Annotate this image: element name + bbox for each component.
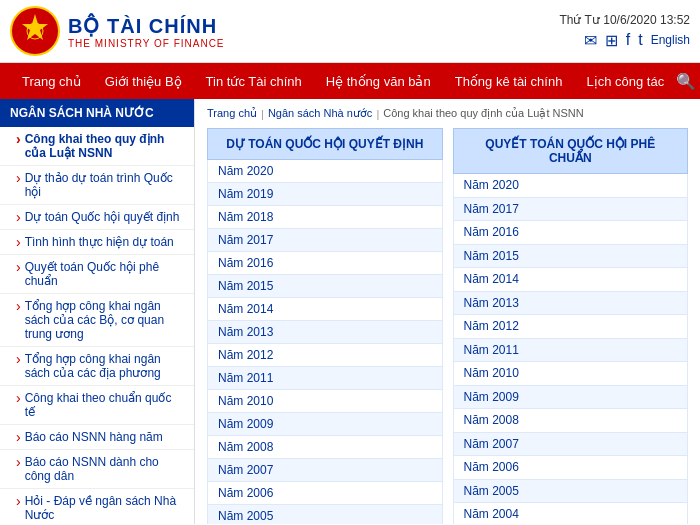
table-row[interactable]: Năm 2010 [208,390,443,413]
twitter-icon[interactable]: t [638,31,642,49]
search-icon[interactable]: 🔍 [676,72,696,91]
datetime-display: Thứ Tư 10/6/2020 13:52 [559,13,690,27]
sidebar-item-5[interactable]: Tổng hợp công khai ngân sách của các Bộ,… [0,294,194,347]
table-left-header: DỰ TOÁN QUỐC HỘI QUYẾT ĐỊNH [208,129,443,160]
logo-title: BỘ TÀI CHÍNH [68,14,225,38]
table-row[interactable]: Năm 2017 [208,229,443,252]
email-icon[interactable]: ✉ [584,31,597,50]
table-row[interactable]: Năm 2010 [453,362,688,386]
table-row[interactable]: Năm 2018 [208,206,443,229]
table-row[interactable]: Năm 2015 [208,275,443,298]
table-row[interactable]: Năm 2015 [453,244,688,268]
table-row[interactable]: Năm 2012 [453,315,688,339]
table-row[interactable]: Năm 2009 [208,413,443,436]
logo-emblem [10,6,60,56]
table-row[interactable]: Năm 2007 [208,459,443,482]
table-row[interactable]: Năm 2014 [453,268,688,292]
table-quyet-toan: QUYẾT TOÁN QUỐC HỘI PHÊ CHUẨN Năm 2020Nă… [453,128,689,524]
sidebar-item-9[interactable]: Báo cáo NSNN dành cho công dân [0,450,194,489]
table-row[interactable]: Năm 2017 [453,197,688,221]
nav-tin-tuc[interactable]: Tin tức Tài chính [194,63,314,99]
header-right: Thứ Tư 10/6/2020 13:52 ✉ ⊞ f t English [559,13,690,50]
table-row[interactable]: Năm 2014 [208,298,443,321]
nav-he-thong[interactable]: Hệ thống văn bản [314,63,443,99]
table-row[interactable]: Năm 2005 [208,505,443,525]
main-content: Trang chủ | Ngân sách Nhà nước | Công kh… [195,99,700,524]
table-row[interactable]: Năm 2012 [208,344,443,367]
logo-text: BỘ TÀI CHÍNH THE MINISTRY OF FINANCE [68,14,225,49]
navigation-bar: Trang chủ Giới thiệu Bộ Tin tức Tài chín… [0,63,700,99]
nav-thong-ke[interactable]: Thống kê tài chính [443,63,575,99]
language-selector[interactable]: English [651,33,690,47]
sidebar: NGÂN SÁCH NHÀ NƯỚC Công khai theo quy đị… [0,99,195,524]
table-row[interactable]: Năm 2009 [453,385,688,409]
logo-subtitle: THE MINISTRY OF FINANCE [68,38,225,49]
table-row[interactable]: Năm 2008 [453,409,688,433]
sidebar-item-2[interactable]: Dự toán Quốc hội quyết định [0,205,194,230]
table-du-toan: DỰ TOÁN QUỐC HỘI QUYẾT ĐỊNH Năm 2020Năm … [207,128,443,524]
header: BỘ TÀI CHÍNH THE MINISTRY OF FINANCE Thứ… [0,0,700,63]
table-row[interactable]: Năm 2005 [453,479,688,503]
nav-lich-cong-tac[interactable]: Lịch công tác [574,63,676,99]
tables-container: DỰ TOÁN QUỐC HỘI QUYẾT ĐỊNH Năm 2020Năm … [207,128,688,524]
breadcrumb-current: Công khai theo quy định của Luật NSNN [383,107,583,120]
facebook-icon[interactable]: f [626,31,630,49]
breadcrumb: Trang chủ | Ngân sách Nhà nước | Công kh… [207,107,688,120]
logo-area: BỘ TÀI CHÍNH THE MINISTRY OF FINANCE [10,6,225,56]
table-row[interactable]: Năm 2008 [208,436,443,459]
sidebar-item-8[interactable]: Báo cáo NSNN hàng năm [0,425,194,450]
table-row[interactable]: Năm 2004 [453,503,688,525]
main-layout: NGÂN SÁCH NHÀ NƯỚC Công khai theo quy đị… [0,99,700,524]
sidebar-item-4[interactable]: Quyết toán Quốc hội phê chuẩn [0,255,194,294]
sidebar-item-1[interactable]: Dự thảo dự toán trình Quốc hội [0,166,194,205]
sidebar-item-10[interactable]: Hỏi - Đáp về ngân sách Nhà Nước [0,489,194,524]
breadcrumb-ngan-sach[interactable]: Ngân sách Nhà nước [268,107,373,120]
table-row[interactable]: Năm 2020 [453,174,688,198]
table-row[interactable]: Năm 2016 [453,221,688,245]
table-right-header: QUYẾT TOÁN QUỐC HỘI PHÊ CHUẨN [453,129,688,174]
table-row[interactable]: Năm 2011 [453,338,688,362]
sidebar-main-section-title[interactable]: NGÂN SÁCH NHÀ NƯỚC [0,99,194,127]
header-icons: ✉ ⊞ f t English [584,31,690,50]
table-row[interactable]: Năm 2019 [208,183,443,206]
rss-icon[interactable]: ⊞ [605,31,618,50]
table-row[interactable]: Năm 2006 [453,456,688,480]
table-row[interactable]: Năm 2006 [208,482,443,505]
table-row[interactable]: Năm 2007 [453,432,688,456]
table-row[interactable]: Năm 2013 [453,291,688,315]
sidebar-item-3[interactable]: Tình hình thực hiện dự toán [0,230,194,255]
sidebar-item-7[interactable]: Công khai theo chuẩn quốc tế [0,386,194,425]
nav-trang-chu[interactable]: Trang chủ [10,63,93,99]
table-row[interactable]: Năm 2016 [208,252,443,275]
table-row[interactable]: Năm 2020 [208,160,443,183]
table-row[interactable]: Năm 2011 [208,367,443,390]
nav-gioi-thieu[interactable]: Giới thiệu Bộ [93,63,194,99]
sidebar-item-0[interactable]: Công khai theo quy định của Luật NSNN [0,127,194,166]
breadcrumb-home[interactable]: Trang chủ [207,107,257,120]
table-row[interactable]: Năm 2013 [208,321,443,344]
sidebar-item-6[interactable]: Tổng hợp công khai ngân sách của các địa… [0,347,194,386]
